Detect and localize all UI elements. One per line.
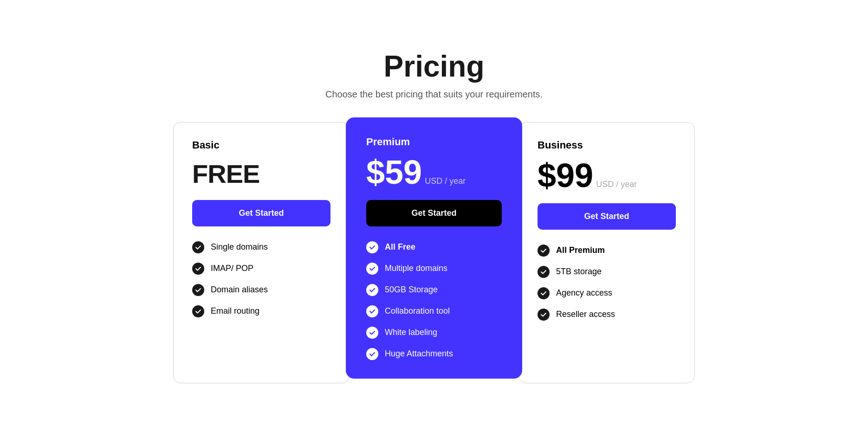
feature-label: Multiple domains [385, 264, 447, 273]
check-icon [192, 284, 204, 296]
feature-item: Multiple domains [366, 263, 502, 275]
feature-label: White labeling [385, 328, 437, 337]
feature-item: White labeling [366, 327, 502, 339]
check-icon [366, 284, 378, 296]
feature-label: Huge Attachments [385, 349, 453, 359]
check-icon [366, 241, 378, 253]
plan-premium-name: Premium [366, 136, 502, 148]
plan-basic-cta[interactable]: Get Started [192, 200, 330, 226]
plan-business-price: $99 [538, 159, 593, 192]
check-icon [366, 327, 378, 339]
plan-business-name: Business [538, 139, 676, 151]
feature-item: Email routing [192, 305, 330, 317]
feature-item: All Free [366, 241, 502, 253]
plan-premium-price-container: $59 USD / year [366, 155, 502, 189]
page-subtitle: Choose the best pricing that suits your … [325, 89, 543, 100]
check-icon [192, 305, 204, 317]
pricing-grid: Basic FREE Get Started Single domains IM… [155, 122, 713, 383]
plan-business-features: All Premium 5TB storage Agency access [538, 245, 676, 321]
check-icon [538, 309, 550, 321]
feature-item: All Premium [538, 245, 676, 257]
feature-label: Single domains [211, 242, 268, 252]
check-icon [366, 263, 378, 275]
feature-label: Email routing [211, 306, 259, 316]
plan-premium-cta[interactable]: Get Started [366, 200, 502, 226]
plan-premium-period: USD / year [425, 176, 466, 186]
plan-basic-price: FREE [192, 159, 330, 189]
feature-label: Reseller access [556, 309, 615, 319]
plan-basic-features: Single domains IMAP/ POP Domain aliases [192, 241, 330, 317]
check-icon [192, 241, 204, 253]
plan-premium-features: All Free Multiple domains 50GB Storage [366, 241, 502, 360]
feature-label: Collaboration tool [385, 306, 450, 316]
page-header: Pricing Choose the best pricing that sui… [325, 49, 543, 100]
feature-item: Single domains [192, 241, 330, 253]
feature-item: Collaboration tool [366, 305, 502, 317]
plan-premium: Premium $59 USD / year Get Started All F… [346, 117, 522, 379]
plan-business-period: USD / year [596, 180, 637, 189]
feature-item: Huge Attachments [366, 348, 502, 360]
feature-label: Domain aliases [211, 285, 268, 295]
check-icon [538, 266, 550, 278]
feature-label: 5TB storage [556, 267, 602, 277]
check-icon [538, 245, 550, 257]
feature-item: Domain aliases [192, 284, 330, 296]
plan-premium-price: $59 [366, 155, 422, 189]
feature-label: All Free [385, 242, 415, 252]
feature-label: IMAP/ POP [211, 264, 253, 273]
feature-item: 5TB storage [538, 266, 676, 278]
check-icon [366, 305, 378, 317]
check-icon [366, 348, 378, 360]
plan-business-price-container: $99 USD / year [538, 159, 676, 192]
feature-label: 50GB Storage [385, 285, 438, 295]
plan-business-cta[interactable]: Get Started [538, 203, 676, 230]
plan-basic: Basic FREE Get Started Single domains IM… [173, 122, 350, 383]
plan-basic-name: Basic [192, 139, 330, 151]
feature-item: IMAP/ POP [192, 263, 330, 275]
plan-business: Business $99 USD / year Get Started All … [518, 122, 695, 383]
feature-item: Reseller access [538, 309, 676, 321]
feature-item: 50GB Storage [366, 284, 502, 296]
feature-label: Agency access [556, 288, 612, 298]
page-title: Pricing [325, 49, 543, 84]
feature-item: Agency access [538, 287, 676, 299]
check-icon [192, 263, 204, 275]
feature-label: All Premium [556, 245, 605, 255]
check-icon [538, 287, 550, 299]
